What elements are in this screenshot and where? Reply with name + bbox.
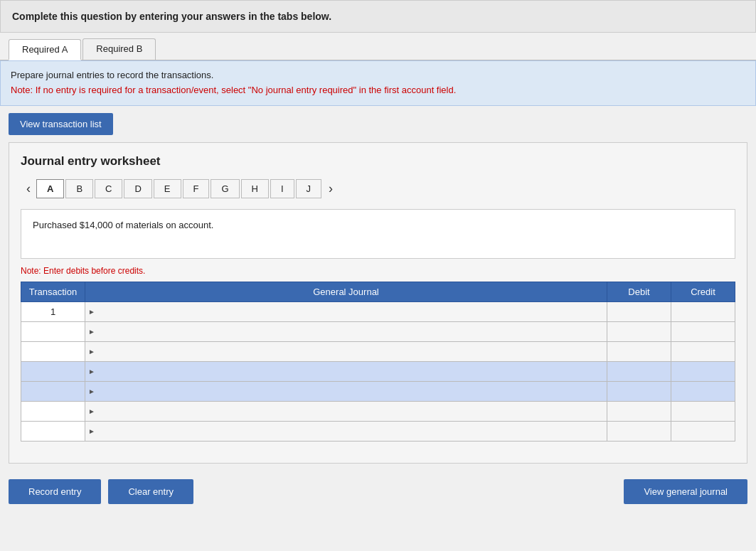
ws-tab-d[interactable]: D	[124, 179, 151, 198]
ws-tab-i[interactable]: I	[270, 179, 294, 198]
col-transaction: Transaction	[21, 282, 85, 301]
cell-transaction-2	[21, 321, 85, 341]
bottom-buttons-row: Record entry Clear entry View general jo…	[0, 472, 756, 511]
cell-journal-2[interactable]: ►	[85, 321, 607, 341]
row3-arrow-icon: ►	[85, 348, 95, 355]
cell-credit-7[interactable]	[671, 421, 735, 441]
table-row: ►	[21, 341, 735, 361]
journal-input-5[interactable]	[95, 383, 607, 400]
table-row: ►	[21, 321, 735, 341]
instruction-bar: Complete this question by entering your …	[0, 0, 756, 33]
cell-debit-5[interactable]	[607, 381, 671, 401]
info-note-text: Note: If no entry is required for a tran…	[11, 83, 745, 98]
debit-input-6[interactable]	[607, 402, 671, 421]
table-row: ►	[21, 381, 735, 401]
view-transaction-button[interactable]: View transaction list	[9, 113, 113, 135]
journal-table: Transaction General Journal Debit Credit…	[21, 282, 735, 442]
credit-input-1[interactable]	[671, 302, 735, 321]
cell-debit-1[interactable]	[607, 301, 671, 321]
cell-transaction-4	[21, 361, 85, 381]
debit-input-4[interactable]	[607, 362, 671, 381]
debit-input-7[interactable]	[607, 422, 671, 441]
worksheet-card: Journal entry worksheet ‹ A B C D E F G …	[9, 142, 747, 464]
info-box: Prepare journal entries to record the tr…	[0, 60, 756, 106]
ws-tab-b[interactable]: B	[65, 179, 93, 198]
row4-arrow-icon: ►	[85, 368, 95, 375]
credit-input-7[interactable]	[671, 422, 735, 441]
col-credit: Credit	[671, 282, 735, 301]
credit-input-6[interactable]	[671, 402, 735, 421]
row5-arrow-icon: ►	[85, 387, 95, 395]
cell-debit-4[interactable]	[607, 361, 671, 381]
cell-credit-3[interactable]	[671, 341, 735, 361]
table-row: ►	[21, 401, 735, 421]
row6-arrow-icon: ►	[85, 407, 95, 415]
cell-debit-6[interactable]	[607, 401, 671, 421]
clear-entry-button[interactable]: Clear entry	[108, 479, 193, 504]
cell-transaction-5	[21, 381, 85, 401]
ws-tab-j[interactable]: J	[296, 179, 322, 198]
cell-credit-1[interactable]	[671, 301, 735, 321]
info-main-text: Prepare journal entries to record the tr…	[11, 68, 745, 83]
prev-tab-button[interactable]: ‹	[21, 178, 36, 199]
debit-input-2[interactable]	[607, 322, 671, 341]
cell-credit-5[interactable]	[671, 381, 735, 401]
journal-input-3[interactable]	[95, 343, 607, 360]
entry-note: Note: Enter debits before credits.	[21, 266, 735, 276]
cell-debit-2[interactable]	[607, 321, 671, 341]
ws-tab-f[interactable]: F	[183, 179, 210, 198]
journal-input-1[interactable]	[95, 304, 607, 320]
credit-input-3[interactable]	[671, 342, 735, 361]
cell-debit-3[interactable]	[607, 341, 671, 361]
debit-input-1[interactable]	[607, 302, 671, 321]
cell-transaction-1: 1	[21, 301, 85, 321]
cell-credit-4[interactable]	[671, 361, 735, 381]
worksheet-tabs: ‹ A B C D E F G H I J ›	[21, 178, 735, 199]
credit-input-4[interactable]	[671, 362, 735, 381]
cell-credit-6[interactable]	[671, 401, 735, 421]
ws-tab-e[interactable]: E	[154, 179, 181, 198]
debit-input-3[interactable]	[607, 342, 671, 361]
ws-tab-g[interactable]: G	[211, 179, 239, 198]
cell-debit-7[interactable]	[607, 421, 671, 441]
cell-journal-5[interactable]: ►	[85, 381, 607, 401]
cell-journal-3[interactable]: ►	[85, 341, 607, 361]
transaction-description: Purchased $14,000 of materials on accoun…	[21, 209, 735, 259]
instruction-text: Complete this question by entering your …	[12, 11, 331, 22]
ws-tab-a[interactable]: A	[36, 179, 64, 198]
ws-tab-c[interactable]: C	[95, 179, 122, 198]
record-entry-button[interactable]: Record entry	[9, 479, 101, 504]
row1-arrow-icon: ►	[85, 308, 95, 316]
view-general-journal-button[interactable]: View general journal	[624, 479, 747, 504]
credit-input-2[interactable]	[671, 322, 735, 341]
cell-journal-6[interactable]: ►	[85, 401, 607, 421]
journal-input-6[interactable]	[95, 403, 607, 419]
ws-tab-h[interactable]: H	[241, 179, 269, 198]
col-debit: Debit	[607, 282, 671, 301]
next-tab-button[interactable]: ›	[323, 178, 339, 199]
debit-input-5[interactable]	[607, 382, 671, 401]
cell-journal-1[interactable]: ►	[85, 301, 607, 321]
cell-transaction-6	[21, 401, 85, 421]
journal-input-7[interactable]	[95, 423, 607, 439]
cell-journal-4[interactable]: ►	[85, 361, 607, 381]
table-row: ►	[21, 421, 735, 441]
cell-credit-2[interactable]	[671, 321, 735, 341]
cell-transaction-7	[21, 421, 85, 441]
row2-arrow-icon: ►	[85, 328, 95, 336]
credit-input-5[interactable]	[671, 382, 735, 401]
view-transaction-row: View transaction list	[0, 106, 756, 142]
journal-input-2[interactable]	[95, 323, 607, 340]
tab-required-b[interactable]: Required B	[82, 38, 156, 60]
table-row: 1 ►	[21, 301, 735, 321]
worksheet-title: Journal entry worksheet	[21, 154, 735, 168]
cell-transaction-3	[21, 341, 85, 361]
table-row: ►	[21, 361, 735, 381]
row7-arrow-icon: ►	[85, 427, 95, 435]
tabs-row: Required A Required B	[0, 33, 756, 60]
col-general-journal: General Journal	[85, 282, 607, 301]
journal-input-4[interactable]	[95, 363, 607, 380]
cell-journal-7[interactable]: ►	[85, 421, 607, 441]
tab-required-a[interactable]: Required A	[9, 39, 81, 60]
